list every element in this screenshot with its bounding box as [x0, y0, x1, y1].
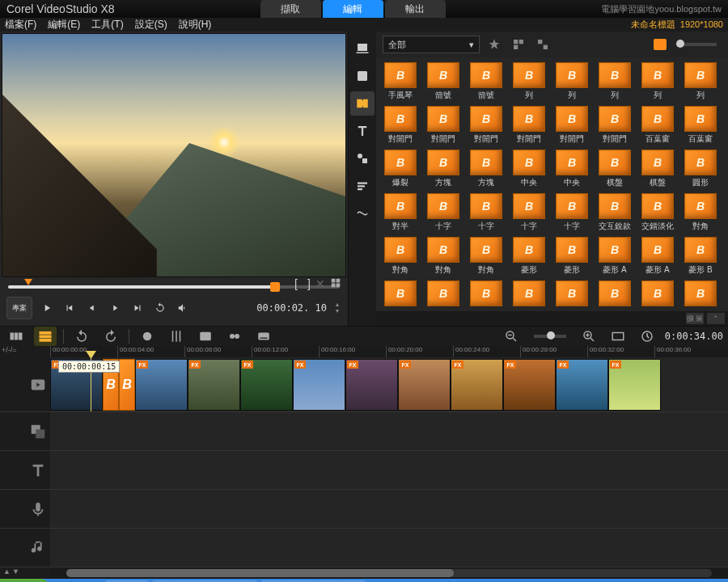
transition-item[interactable]: B十字 [510, 193, 548, 232]
transition-item[interactable]: B對開門 [381, 106, 420, 145]
overlay-track-header[interactable] [0, 412, 50, 451]
track-motion-icon[interactable] [223, 327, 246, 346]
transition-item[interactable]: B對角 [467, 237, 506, 276]
redo-icon[interactable] [99, 327, 122, 346]
next-frame-button[interactable] [107, 300, 123, 316]
tab-share[interactable]: 輸出 [385, 0, 446, 18]
graphic-tab-icon[interactable] [350, 146, 375, 171]
scrub-marker-icon[interactable] [24, 279, 32, 285]
fit-project-icon[interactable] [607, 327, 629, 346]
video-clip[interactable]: FX [398, 359, 451, 411]
video-clip[interactable]: FX [188, 359, 240, 411]
transition-item[interactable]: B對開門 [467, 106, 506, 145]
video-clip[interactable]: FX [556, 359, 608, 411]
transition-item[interactable]: B菱形 [552, 237, 591, 276]
video-track-header[interactable] [0, 357, 50, 412]
transition-tab-icon[interactable] [350, 91, 375, 116]
view-mode-label[interactable]: +/-/= [0, 346, 50, 357]
tab-capture[interactable]: 擷取 [260, 0, 321, 18]
mark-in-icon[interactable]: [ [294, 277, 298, 290]
transition-item[interactable]: B對開門 [595, 106, 634, 145]
timeline-scrollbar[interactable] [50, 567, 728, 579]
undo-icon[interactable] [70, 327, 93, 346]
preview-mode-toggle[interactable]: 專案 [6, 297, 32, 319]
transition-item[interactable]: B對開門 [424, 106, 463, 145]
transition-item[interactable]: B [381, 280, 420, 306]
transition-item[interactable]: B [467, 280, 506, 306]
video-clip[interactable]: FX [503, 359, 556, 411]
transition-item[interactable]: B交互銳款 [595, 193, 634, 232]
transition-item[interactable]: B列 [552, 62, 591, 101]
preview-timecode[interactable]: 00:00:02. 10 [256, 302, 327, 314]
scrub-handle[interactable] [270, 282, 280, 292]
preview-scrubber[interactable]: [ ] ✕ [2, 277, 346, 292]
favorite-icon[interactable] [485, 36, 504, 53]
transition-item[interactable]: B交錯淡化 [638, 193, 677, 232]
zoom-out-icon[interactable] [500, 327, 523, 346]
category-select[interactable]: 全部▾ [383, 36, 480, 53]
transition-item[interactable]: B對角 [381, 237, 420, 276]
collapse-button[interactable]: ⌃ [707, 313, 725, 324]
video-clip[interactable]: FX [135, 359, 188, 411]
transition-item[interactable]: B爆裂 [381, 150, 420, 188]
transition-item[interactable]: B菱形 B [681, 237, 720, 276]
play-button[interactable] [39, 300, 55, 316]
transition-item[interactable]: B棋盤 [595, 150, 634, 188]
transition-item[interactable]: B手風琴 [381, 62, 420, 101]
transition-item[interactable]: B中央 [552, 150, 591, 188]
video-clip[interactable]: FX [240, 359, 293, 411]
transition-item[interactable]: B列 [681, 62, 720, 101]
overlay-track[interactable] [50, 412, 728, 451]
menu-settings[interactable]: 設定(S) [135, 18, 167, 32]
transition-clip[interactable]: B [119, 359, 135, 411]
transition-item[interactable]: B對角 [424, 237, 463, 276]
time-ruler[interactable]: 00:00:00:0000:00:04:0000:00:08:0000:00:1… [50, 346, 728, 357]
storyboard-view-icon[interactable] [5, 327, 28, 346]
go-end-button[interactable] [129, 300, 146, 316]
zoom-in-icon[interactable] [578, 327, 600, 346]
transition-item[interactable]: B菱形 A [595, 237, 634, 276]
transition-item[interactable]: B十字 [467, 193, 506, 232]
transition-item[interactable]: B [424, 280, 463, 306]
transition-item[interactable]: B [638, 280, 677, 306]
apply-all-icon[interactable] [509, 36, 528, 53]
title-track-header[interactable] [0, 451, 50, 490]
transition-item[interactable]: B對開門 [510, 106, 548, 145]
menu-file[interactable]: 檔案(F) [5, 18, 36, 32]
menu-tool[interactable]: 工具(T) [91, 18, 123, 32]
transition-item[interactable]: B菱形 A [638, 237, 677, 276]
video-clip[interactable]: FX [451, 359, 503, 411]
title-track[interactable] [50, 451, 728, 490]
menu-help[interactable]: 說明(H) [179, 18, 212, 32]
video-clip[interactable]: FX [345, 359, 398, 411]
transition-item[interactable]: B [510, 280, 548, 306]
view-mode-icon[interactable] [654, 39, 667, 50]
transition-item[interactable]: B對角 [681, 193, 720, 232]
video-clip[interactable]: FX [293, 359, 345, 411]
transition-item[interactable]: B [595, 280, 634, 306]
tab-edit[interactable]: 編輯 [323, 0, 383, 18]
sort-icon[interactable] [533, 36, 552, 53]
transition-item[interactable]: B [552, 280, 591, 306]
subtitle-icon[interactable] [252, 327, 275, 346]
transition-item[interactable]: B圓形 [681, 150, 720, 188]
path-tab-icon[interactable] [350, 201, 375, 226]
transition-item[interactable]: B方塊 [424, 150, 463, 188]
mixer-icon[interactable] [165, 327, 188, 346]
record-icon[interactable] [136, 327, 159, 346]
transition-item[interactable]: B箭號 [467, 62, 506, 101]
video-clip[interactable]: FX [608, 359, 661, 411]
timecode-stepper[interactable]: ▲▼ [333, 302, 341, 314]
repeat-button[interactable] [152, 300, 168, 316]
media-tab-icon[interactable] [350, 36, 375, 61]
transition-item[interactable]: B箭號 [424, 62, 463, 101]
transition-item[interactable]: B十字 [552, 193, 591, 232]
prev-frame-button[interactable] [84, 300, 100, 316]
transition-item[interactable]: B中央 [510, 150, 548, 188]
timeline-view-icon[interactable] [34, 327, 57, 346]
transition-item[interactable]: B方塊 [467, 150, 506, 188]
transition-item[interactable]: B列 [510, 62, 548, 101]
auto-music-icon[interactable] [194, 327, 217, 346]
split-clip-icon[interactable] [330, 277, 341, 292]
expand-button[interactable]: 擴 展 [686, 313, 704, 324]
